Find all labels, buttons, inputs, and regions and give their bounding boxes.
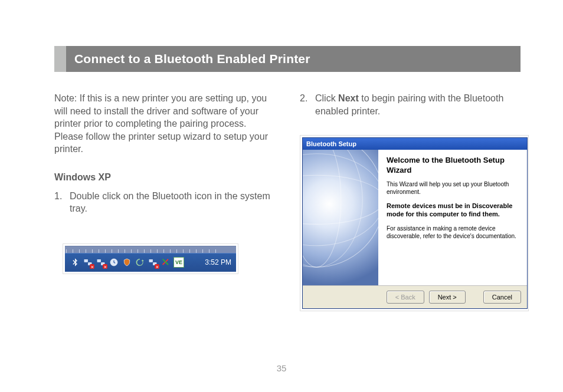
antivirus-icon[interactable]: [161, 257, 171, 268]
wizard-bold-text: Remote devices must be in Discoverable m…: [387, 202, 512, 218]
network-icon[interactable]: [148, 257, 158, 268]
back-button: < Back: [387, 291, 424, 304]
dialog-content: Welcome to the Bluetooth Setup Wizard Th…: [378, 150, 527, 285]
network-icon[interactable]: [96, 257, 106, 268]
clock-text[interactable]: 3:52 PM: [199, 258, 231, 267]
wizard-assist: For assistance in making a remote device…: [387, 225, 519, 240]
bluetooth-icon[interactable]: [70, 257, 80, 268]
systray-screenshot: VE 3:52 PM: [63, 243, 274, 274]
section-header: Connect to a Bluetooth Enabled Printer: [54, 46, 521, 72]
header-accent: [54, 46, 66, 72]
globe-icon: [303, 150, 378, 285]
section-title: Connect to a Bluetooth Enabled Printer: [74, 51, 310, 67]
step-2: 2. Click Next to begin pairing with the …: [300, 92, 521, 117]
step-1: 1. Double click on the Bluetooth icon in…: [54, 190, 274, 215]
step-number: 1.: [54, 190, 70, 215]
svg-rect-6: [153, 263, 156, 265]
svg-rect-2: [97, 260, 100, 262]
bluetooth-setup-dialog: Bluetooth Setup: [302, 137, 528, 309]
screenshot-frame: VE 3:52 PM: [63, 243, 238, 274]
dialog-title-text: Bluetooth Setup: [306, 140, 356, 149]
step-text: Click Next to begin pairing with the Blu…: [315, 92, 521, 117]
svg-rect-3: [102, 263, 104, 265]
shield-icon[interactable]: [122, 257, 132, 268]
step-text: Double click on the Bluetooth icon in th…: [70, 190, 274, 215]
right-column: 2. Click Next to begin pairing with the …: [300, 92, 521, 311]
app-badge: VE: [174, 257, 184, 268]
taskbar-ruler: [65, 246, 236, 253]
svg-rect-1: [89, 263, 91, 265]
svg-point-9: [303, 154, 378, 246]
svg-point-11: [303, 150, 362, 267]
wizard-screenshot: Bluetooth Setup: [300, 135, 529, 311]
wizard-heading: Welcome to the Bluetooth Setup Wizard: [387, 156, 519, 176]
dialog-body: Welcome to the Bluetooth Setup Wizard Th…: [303, 150, 527, 285]
wizard-intro: This Wizard will help you set up your Bl…: [387, 180, 519, 196]
svg-rect-0: [84, 260, 87, 262]
taskbar: VE 3:52 PM: [65, 246, 236, 272]
page-number: 35: [0, 363, 563, 374]
network-icon[interactable]: [83, 257, 93, 268]
left-column: Note: If this is a new printer you are s…: [54, 92, 274, 311]
wizard-bold-note: Remote devices must be in Discoverable m…: [387, 202, 519, 219]
manual-page: Connect to a Bluetooth Enabled Printer N…: [0, 0, 563, 392]
system-tray: VE 3:52 PM: [65, 253, 236, 272]
refresh-icon[interactable]: [135, 257, 145, 268]
dialog-titlebar[interactable]: Bluetooth Setup: [303, 138, 527, 150]
next-button[interactable]: Next >: [429, 291, 466, 304]
clock-icon[interactable]: [109, 257, 119, 268]
svg-point-10: [303, 150, 341, 267]
cancel-button[interactable]: Cancel: [483, 291, 521, 304]
note-paragraph: Note: If this is a new printer you are s…: [54, 92, 274, 156]
svg-rect-5: [149, 260, 152, 262]
dialog-footer: < Back Next > Cancel: [303, 285, 527, 308]
os-subheading: Windows XP: [54, 171, 274, 184]
text-fragment: Click: [315, 93, 338, 103]
bold-keyword: Next: [338, 93, 359, 103]
dialog-side-graphic: [303, 150, 378, 285]
body-columns: Note: If this is a new printer you are s…: [54, 92, 521, 311]
step-number: 2.: [300, 92, 315, 117]
app-icon[interactable]: VE: [174, 257, 184, 268]
